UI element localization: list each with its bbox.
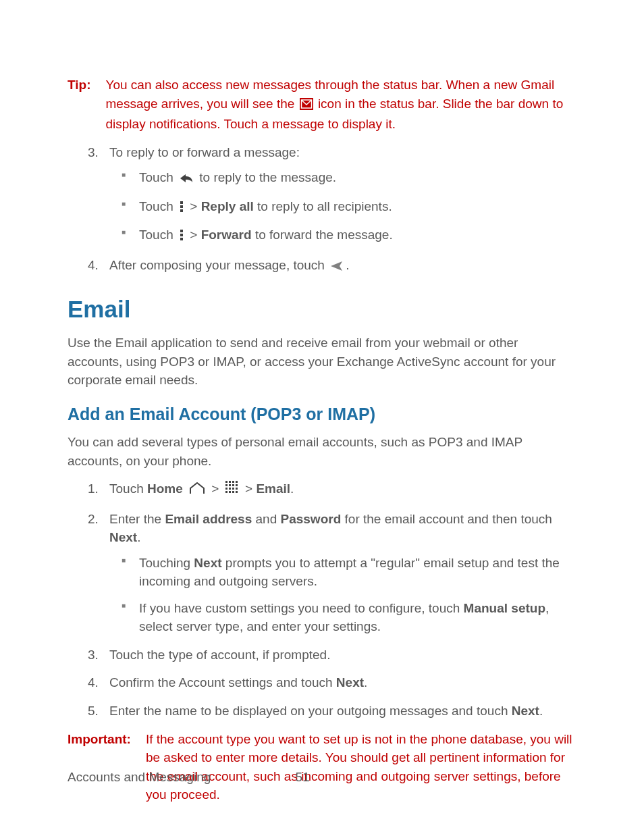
b2-bold: Reply all [201,199,254,213]
s1-home: Home [147,481,183,496]
s1-sep1: > [211,481,222,496]
s5-a: Enter the name to be displayed on your o… [109,704,512,718]
svg-rect-6 [180,234,183,236]
mail-icon [300,97,313,115]
s1-email: Email [256,481,290,496]
s2-c: for the email account and then touch [345,512,552,526]
apps-grid-icon [225,480,240,500]
s2b2-a: If you have custom settings you need to … [139,601,464,615]
tip-body: You can also access new messages through… [105,76,576,134]
svg-rect-23 [236,491,238,493]
s2-password: Password [281,512,342,526]
step-3: To reply to or forward a message: Touch … [88,143,576,246]
s4-next: Next [336,675,364,689]
svg-rect-11 [236,481,238,483]
add-intro: You can add several types of personal em… [68,433,576,470]
heading-add-account: Add an Email Account (POP3 or IMAP) [68,402,576,426]
add-step-4: Confirm the Account settings and touch N… [88,673,576,692]
s4-b: . [364,675,367,689]
b3-bold: Forward [201,228,252,242]
s2b1-a: Touching [139,556,194,570]
svg-rect-10 [232,481,234,483]
tip-callout: Tip: You can also access new messages th… [68,76,576,134]
b2-sep: > [190,199,200,213]
email-intro: Use the Email application to send and re… [68,334,576,390]
svg-rect-13 [229,484,231,486]
svg-rect-14 [232,484,234,486]
b3-sep: > [190,228,200,242]
s2-d: . [137,530,140,544]
footer-page-number: 51 [296,768,310,787]
important-callout: Important: If the account type you want … [68,730,576,804]
s2-bullet-2: If you have custom settings you need to … [122,599,576,636]
b3-a: Touch [139,228,177,242]
svg-rect-3 [180,205,183,208]
svg-rect-21 [229,491,231,493]
add-step-2: Enter the Email address and Password for… [88,510,576,636]
s2b2-manual: Manual setup [464,601,545,615]
s2-a: Enter the [109,512,165,526]
step-4-b: . [346,258,349,272]
menu-dots-icon [179,228,184,246]
s5-b: . [539,704,543,718]
svg-rect-7 [180,238,183,240]
s2-email-addr: Email address [165,512,252,526]
step-4-a: After composing your message, touch [109,258,328,272]
s1-sep2: > [245,481,256,496]
footer-section: Accounts and Messaging [68,770,211,784]
s2-bullet-1: Touching Next prompts you to attempt a "… [122,554,576,591]
svg-rect-9 [229,481,231,483]
b3-c: to forward the message. [255,228,393,242]
step-3-bullet-1: Touch to reply to the message. [122,168,576,189]
svg-rect-2 [180,201,183,204]
s1-d: . [290,481,294,496]
page-footer: Accounts and Messaging 51 [68,768,576,787]
tip-label: Tip: [68,76,90,134]
step-4: After composing your message, touch . [88,256,576,277]
svg-rect-20 [225,491,227,493]
s4-a: Confirm the Account settings and touch [109,675,336,689]
svg-rect-19 [236,488,238,490]
svg-rect-15 [236,484,238,486]
svg-rect-5 [180,230,183,232]
b2-c: to reply to all recipients. [257,199,392,213]
home-icon [188,481,206,500]
reply-steps-list: To reply to or forward a message: Touch … [88,143,576,277]
s3-text: Touch the type of account, if prompted. [109,648,330,662]
s2-b: and [256,512,281,526]
reply-icon [179,170,194,189]
b1-a: Touch [139,170,177,184]
add-step-5: Enter the name to be displayed on your o… [88,702,576,721]
add-step-3: Touch the type of account, if prompted. [88,646,576,664]
step-3-bullets: Touch to reply to the message. Touch > R… [122,168,576,246]
s5-next: Next [512,704,539,718]
send-icon [330,258,344,277]
b2-a: Touch [139,199,177,213]
svg-rect-4 [180,209,183,212]
menu-dots-icon [179,199,184,218]
s2b1-next: Next [194,556,221,570]
svg-rect-18 [232,488,234,490]
important-label: Important: [68,730,131,804]
add-account-steps: Touch Home > > Email. Ent [88,479,576,720]
svg-rect-12 [225,484,227,486]
step-3-bullet-2: Touch > Reply all to reply to all recipi… [122,197,576,218]
step-3-text: To reply to or forward a message: [109,145,300,159]
svg-rect-8 [225,481,227,483]
b1-b: to reply to the message. [199,170,336,184]
svg-rect-17 [229,488,231,490]
heading-email: Email [68,292,576,327]
add-step-1: Touch Home > > Email. [88,479,576,500]
important-body: If the account type you want to set up i… [146,730,576,804]
s2-next: Next [109,530,137,544]
svg-rect-16 [225,488,227,490]
step-3-bullet-3: Touch > Forward to forward the message. [122,226,576,246]
add-step-2-bullets: Touching Next prompts you to attempt a "… [122,554,576,636]
svg-rect-22 [232,491,234,493]
s1-a: Touch [109,481,147,496]
